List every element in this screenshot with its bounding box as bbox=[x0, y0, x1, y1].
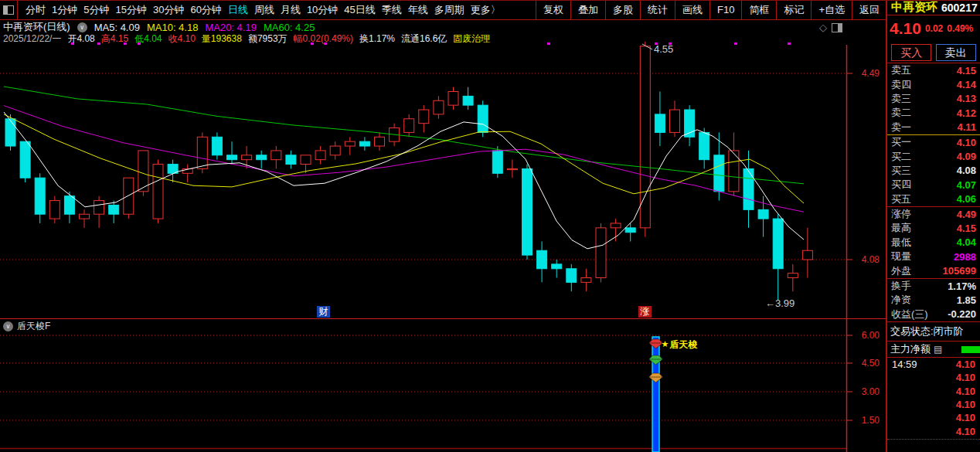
period-tab[interactable]: 30分钟 bbox=[150, 3, 187, 17]
toolbar-action[interactable]: F10 bbox=[709, 0, 741, 19]
trade-status: 交易状态:闭市阶 bbox=[887, 322, 980, 341]
period-tab[interactable]: 季线 bbox=[379, 3, 405, 17]
period-tab[interactable]: 月线 bbox=[277, 3, 304, 17]
toolbar-action[interactable]: 简框 bbox=[741, 0, 776, 19]
level-value: 4.14 bbox=[957, 79, 976, 90]
main-candlestick-chart[interactable]: 4.494.084.55←3.99 bbox=[0, 39, 887, 318]
period-tab[interactable]: 5分钟 bbox=[80, 3, 112, 17]
level-label: 买一 bbox=[891, 135, 911, 149]
tick-price: 4.10 bbox=[956, 426, 975, 437]
buy-level-row: 买一4.10 bbox=[887, 135, 980, 149]
period-tab[interactable]: 年线 bbox=[405, 3, 431, 17]
buy-button[interactable]: 买入 bbox=[891, 44, 931, 61]
level-label: 买二 bbox=[891, 150, 911, 164]
signal-label: 盾天梭 bbox=[669, 339, 698, 350]
level-label: 收益(三) bbox=[891, 308, 928, 321]
day-info-token: 开4.08 bbox=[67, 32, 94, 46]
tick-row: 4.10 bbox=[887, 411, 980, 424]
period-tab[interactable]: 15分钟 bbox=[112, 3, 149, 17]
tick-list[interactable]: 14:594.104.104.104.104.104.10 bbox=[887, 358, 980, 438]
tick-price: 4.10 bbox=[956, 399, 975, 410]
candles-layer bbox=[5, 42, 812, 301]
day-info-row: 2025/12/22/一开4.08高4.15低4.04收4.10量193638额… bbox=[3, 33, 490, 44]
buy-level-row: 买三4.08 bbox=[887, 164, 980, 178]
toolbar-action[interactable]: 统计 bbox=[640, 0, 675, 19]
period-tab[interactable]: 分时 bbox=[22, 3, 49, 17]
toolbar-actions: 复权叠加多股统计画线F10简框标记+自选返回 bbox=[536, 0, 887, 19]
level-label: 最低 bbox=[891, 236, 911, 250]
window-icon[interactable] bbox=[832, 23, 842, 32]
buy-level-row: 买五4.06 bbox=[887, 192, 980, 206]
level-value: 105699 bbox=[943, 265, 976, 277]
day-info-token: 额7953万 bbox=[248, 32, 288, 46]
period-tabs: 分时1分钟5分钟15分钟30分钟60分钟日线周线月线10分钟45日线季线年线多周… bbox=[22, 3, 504, 17]
sell-levels: 卖五4.15卖四4.14卖三4.13卖二4.12卖一4.11 bbox=[887, 63, 980, 134]
layout-toggle-button[interactable] bbox=[0, 0, 18, 19]
collapse-chevron-icon[interactable]: ∨ bbox=[3, 321, 13, 331]
toolbar-action[interactable]: 标记 bbox=[776, 0, 811, 19]
day-info-token: 固废治理 bbox=[453, 32, 490, 46]
day-info-token: 2025/12/22/一 bbox=[3, 32, 61, 46]
level-label: 换手 bbox=[891, 279, 911, 293]
level-label: 买四 bbox=[891, 178, 911, 192]
news-badge-cai[interactable]: 财 bbox=[317, 306, 330, 318]
main-flow-label: 主力净额 bbox=[890, 342, 931, 356]
level-label: 买三 bbox=[891, 164, 911, 178]
indicator-sub-chart[interactable]: 6.004.503.001.50★盾天梭 bbox=[0, 318, 887, 452]
level-value: -0.220 bbox=[948, 308, 976, 320]
level-value: 4.12 bbox=[957, 107, 976, 119]
level-value: 4.08 bbox=[957, 165, 976, 176]
top-toolbar: 分时1分钟5分钟15分钟30分钟60分钟日线周线月线10分钟45日线季线年线多周… bbox=[0, 0, 887, 20]
collapse-chevron-icon[interactable]: ∨ bbox=[77, 22, 87, 32]
period-tab[interactable]: 1分钟 bbox=[49, 3, 80, 17]
stat-row: 净资1.85 bbox=[887, 293, 980, 307]
level-value: 4.15 bbox=[957, 223, 976, 234]
price-gridlines: 4.494.08 bbox=[0, 68, 880, 265]
sell-button[interactable]: 卖出 bbox=[936, 44, 976, 61]
toolbar-action[interactable]: 画线 bbox=[675, 0, 709, 19]
price-row: 4.10 0.02 0.49% bbox=[887, 15, 980, 42]
day-info-token: 收4.10 bbox=[168, 32, 195, 46]
toolbar-action[interactable]: 叠加 bbox=[570, 0, 605, 19]
level-value: 4.49 bbox=[957, 209, 976, 220]
period-tab[interactable]: 45日线 bbox=[341, 3, 378, 17]
price-change-pct: 0.49% bbox=[947, 23, 973, 34]
sell-level-row: 卖五4.15 bbox=[887, 63, 980, 77]
stat-row: 外盘105699 bbox=[887, 263, 980, 277]
toolbar-action[interactable]: 复权 bbox=[536, 0, 570, 19]
tick-row: 4.10 bbox=[887, 385, 980, 398]
tick-price: 4.10 bbox=[956, 412, 975, 423]
day-info-token: 低4.04 bbox=[134, 32, 162, 46]
news-badge-zhang[interactable]: 涨 bbox=[638, 306, 652, 318]
signal-marker[interactable]: ★盾天梭 bbox=[649, 337, 698, 452]
level-value: 4.07 bbox=[957, 179, 976, 191]
quote-panel: 中再资环 600217 4.10 0.02 0.49% 买入 卖出 卖五4.15… bbox=[886, 0, 980, 452]
svg-text:4.49: 4.49 bbox=[862, 68, 880, 79]
period-tab[interactable]: 多周期 bbox=[431, 3, 468, 17]
last-price: 4.10 bbox=[890, 19, 921, 38]
period-tab[interactable]: 周线 bbox=[251, 3, 277, 17]
window-split-icon bbox=[3, 5, 14, 15]
period-tab[interactable]: 日线 bbox=[225, 3, 251, 17]
dotted-divider bbox=[887, 439, 980, 440]
toolbar-action[interactable]: 返回 bbox=[852, 0, 887, 19]
stat-row: 涨停4.49 bbox=[887, 207, 980, 221]
price-change: 0.02 bbox=[925, 23, 943, 34]
diamond-icon[interactable]: ◇ bbox=[819, 22, 827, 33]
day-info-token: 量193638 bbox=[202, 32, 242, 46]
sell-level-row: 卖二4.12 bbox=[887, 106, 980, 120]
day-info-token: 流通16.6亿 bbox=[401, 32, 447, 46]
buy-levels: 买一4.10买二4.09买三4.08买四4.07买五4.06 bbox=[887, 135, 980, 206]
period-tab[interactable]: 更多〉 bbox=[468, 3, 504, 17]
period-tab[interactable]: 60分钟 bbox=[187, 3, 224, 17]
main-flow-row[interactable]: 主力净额 ▤ bbox=[887, 342, 980, 357]
toolbar-action[interactable]: +自选 bbox=[811, 0, 852, 19]
level-value: 4.11 bbox=[957, 121, 976, 133]
period-tab[interactable]: 10分钟 bbox=[304, 3, 341, 17]
tick-price: 4.10 bbox=[956, 386, 975, 397]
toolbar-action[interactable]: 多股 bbox=[605, 0, 640, 19]
trade-buttons: 买入 卖出 bbox=[887, 42, 980, 63]
level-label: 买五 bbox=[891, 192, 911, 206]
level-value: 4.10 bbox=[957, 137, 976, 148]
level-label: 卖五 bbox=[891, 63, 911, 77]
